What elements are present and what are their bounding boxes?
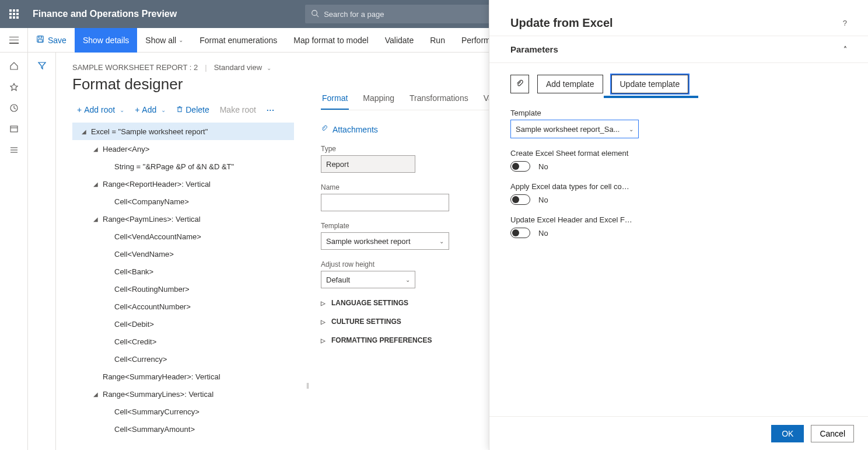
chevron-down-icon: ⌄ <box>120 107 124 113</box>
tree-row[interactable]: Cell<VendAccountName> <box>72 228 294 245</box>
format-tree: ◢Excel = "Sample worksheet report" ◢Head… <box>72 123 294 438</box>
left-rail <box>0 53 28 450</box>
help-icon[interactable]: ? <box>843 19 847 27</box>
caret-icon: ◢ <box>93 391 100 397</box>
create-sheet-toggle[interactable] <box>510 161 530 172</box>
chevron-down-icon: ⌄ <box>405 277 410 283</box>
parameters-header[interactable]: Parameters ˄ <box>489 36 868 63</box>
app-title: Finance and Operations Preview <box>33 9 177 19</box>
caret-icon: ◢ <box>93 216 100 222</box>
tree-row[interactable]: Range<SummaryHeader>: Vertical <box>72 368 294 385</box>
nav-toggle-button[interactable] <box>0 28 28 53</box>
toggle-value: No <box>538 229 548 238</box>
add-button[interactable]: +Add⌄ <box>130 103 170 117</box>
format-enumerations-button[interactable]: Format enumerations <box>191 28 285 53</box>
run-button[interactable]: Run <box>422 28 453 53</box>
caret-icon: ◢ <box>93 146 100 152</box>
chevron-right-icon: ▷ <box>321 300 326 306</box>
hamburger-icon <box>9 37 19 44</box>
update-template-button[interactable]: Update template <box>611 75 689 93</box>
template-select[interactable]: Sample worksheet report⌄ <box>321 232 449 250</box>
search-icon <box>311 9 319 19</box>
tree-row[interactable]: Cell<RoutingNumber> <box>72 280 294 298</box>
apply-types-toggle[interactable] <box>510 194 530 205</box>
tab-transformations[interactable]: Transformations <box>408 93 470 110</box>
update-header-label: Update Excel Header and Excel Foot... <box>510 215 633 224</box>
chevron-down-icon: ⌄ <box>161 107 166 113</box>
tree-row[interactable]: Cell<VendName> <box>72 245 294 263</box>
map-format-button[interactable]: Map format to model <box>285 28 376 53</box>
flyout-template-label: Template <box>510 109 847 117</box>
view-selector[interactable]: Standard view ⌄ <box>214 63 271 72</box>
tree-row[interactable]: ◢Header<Any> <box>72 140 294 158</box>
tree-row[interactable]: Cell<CompanyName> <box>72 193 294 210</box>
waffle-icon <box>9 9 19 19</box>
tree-row[interactable]: Cell<Currency> <box>72 350 294 368</box>
plus-icon: + <box>77 105 82 114</box>
attachment-button[interactable] <box>510 75 529 93</box>
more-button[interactable]: ··· <box>262 103 279 117</box>
chevron-down-icon: ⌄ <box>267 65 271 71</box>
search-placeholder: Search for a page <box>324 10 384 19</box>
chevron-down-icon: ⌄ <box>629 126 634 132</box>
save-icon <box>36 35 44 45</box>
search-input[interactable]: Search for a page <box>305 5 492 23</box>
plus-icon: + <box>135 105 139 114</box>
name-field[interactable] <box>321 194 449 211</box>
toggle-value: No <box>538 162 548 171</box>
add-root-button[interactable]: +Add root⌄ <box>72 103 129 117</box>
save-button[interactable]: Save <box>28 28 75 53</box>
tree-row[interactable]: ◢Range<ReportHeader>: Vertical <box>72 175 294 193</box>
modules-icon[interactable] <box>9 145 19 155</box>
breadcrumb-path: SAMPLE WORKSHEET REPORT : 2 <box>72 63 198 72</box>
tree-row[interactable]: ◢Range<PaymLines>: Vertical <box>72 210 294 228</box>
svg-rect-11 <box>178 108 181 112</box>
tree-row[interactable]: ◢Excel = "Sample worksheet report" <box>72 123 294 140</box>
clock-icon[interactable] <box>9 103 19 113</box>
caret-icon: ◢ <box>82 128 89 135</box>
svg-rect-6 <box>10 126 18 132</box>
app-launcher-button[interactable] <box>0 0 28 28</box>
add-template-button[interactable]: Add template <box>537 75 603 93</box>
delete-button[interactable]: Delete <box>172 103 214 117</box>
svg-rect-4 <box>38 40 43 42</box>
chevron-down-icon: ⌄ <box>178 37 183 43</box>
tree-row[interactable]: Cell<SummaryCurrency> <box>72 403 294 420</box>
tree-row[interactable]: Cell<AccountNumber> <box>72 298 294 315</box>
filter-icon[interactable] <box>37 61 47 450</box>
svg-point-0 <box>312 10 317 15</box>
svg-rect-3 <box>38 36 41 39</box>
type-field: Report <box>321 155 415 173</box>
adjust-select[interactable]: Default⌄ <box>321 271 415 288</box>
search-wrap: Search for a page <box>305 5 492 23</box>
tab-format[interactable]: Format <box>321 93 349 110</box>
filter-column <box>28 53 56 450</box>
update-from-excel-panel: Update from Excel ? Parameters ˄ Add tem… <box>489 0 868 450</box>
tree-toolbar: +Add root⌄ +Add⌄ Delete Make root ··· <box>72 103 306 117</box>
home-icon[interactable] <box>9 61 19 71</box>
show-all-button[interactable]: Show all⌄ <box>137 28 191 53</box>
star-icon[interactable] <box>9 82 19 92</box>
tree-row[interactable]: Cell<Debit> <box>72 315 294 333</box>
tab-mapping[interactable]: Mapping <box>362 93 396 110</box>
update-header-toggle[interactable] <box>510 228 530 238</box>
tree-row[interactable]: ◢Range<SummaryLines>: Vertical <box>72 385 294 403</box>
flyout-title: Update from Excel <box>510 16 613 30</box>
validate-button[interactable]: Validate <box>377 28 422 53</box>
workspace-icon[interactable] <box>9 124 19 134</box>
show-details-button[interactable]: Show details <box>75 28 137 53</box>
tree-row[interactable]: Cell<Credit> <box>72 333 294 350</box>
caret-icon: ◢ <box>93 181 100 187</box>
splitter[interactable]: ‖ <box>306 268 309 450</box>
cancel-button[interactable]: Cancel <box>811 425 854 442</box>
tree-row[interactable]: String = "&RPage &P of &N &D &T" <box>72 158 294 175</box>
toggle-value: No <box>538 196 548 204</box>
update-template-underline <box>604 96 698 98</box>
flyout-template-select[interactable]: Sample worksheet report_Sa...⌄ <box>510 120 639 138</box>
ok-button[interactable]: OK <box>771 425 804 442</box>
apply-types-label: Apply Excel data types for cell comp... <box>510 182 633 191</box>
chevron-right-icon: ▷ <box>321 337 326 344</box>
make-root-button: Make root <box>215 103 261 117</box>
tree-row[interactable]: Cell<SummaryAmount> <box>72 420 294 438</box>
tree-row[interactable]: Cell<Bank> <box>72 263 294 280</box>
